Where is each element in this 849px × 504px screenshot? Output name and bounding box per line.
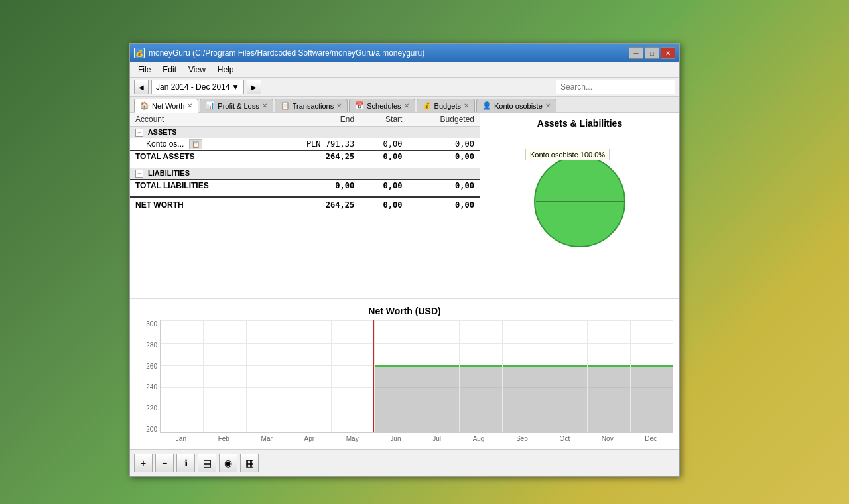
net-worth-end: 264,25: [265, 197, 359, 211]
x-label-feb: Feb: [218, 435, 229, 442]
menu-edit[interactable]: Edit: [157, 64, 182, 76]
x-label-nov: Nov: [602, 435, 614, 442]
liabilities-label: LIABILITIES: [148, 169, 190, 177]
title-controls: ─ □ ✕: [629, 47, 675, 59]
konto-start: 0,00: [359, 138, 407, 151]
add-account-button[interactable]: +: [134, 454, 153, 472]
tab-net-worth-icon: 🏠: [140, 101, 149, 110]
y-label-200: 200: [146, 426, 157, 433]
total-liabilities-label: TOTAL LIABILITIES: [130, 180, 265, 192]
total-assets-budgeted: 0,00: [407, 151, 480, 163]
pie-chart-container: Konto osobiste 100.0%: [486, 135, 674, 268]
tab-konto[interactable]: 👤 Konto osobiste ✕: [476, 99, 556, 112]
total-assets-row: TOTAL ASSETS 264,25 0,00 0,00: [130, 151, 480, 163]
net-worth-start: 0,00: [359, 197, 407, 211]
y-label-280: 280: [146, 342, 157, 349]
y-label-220: 220: [146, 405, 157, 412]
tab-profit-close[interactable]: ✕: [262, 102, 267, 109]
pie-chart-title: Assets & Liabilities: [486, 118, 674, 129]
tab-konto-close[interactable]: ✕: [545, 102, 551, 109]
nav-next-button[interactable]: ▶: [247, 80, 261, 94]
app-icon: 💰: [134, 48, 145, 58]
col-sep-2: [246, 320, 247, 432]
x-label-oct: Oct: [560, 435, 570, 442]
tab-schedules-close[interactable]: ✕: [404, 102, 409, 109]
col-account: Account: [130, 113, 265, 127]
pie-chart-svg: [527, 149, 633, 255]
tab-schedules-label: Schedules: [367, 102, 401, 110]
bottom-area: Net Worth (USD) 300 280 260 240 220 200: [130, 298, 679, 449]
col-sep-6: [417, 320, 417, 432]
total-liabilities-end: 0,00: [265, 180, 359, 192]
tab-net-worth[interactable]: 🏠 Net Worth ✕: [134, 99, 198, 113]
pie-tooltip: Konto osobiste 100.0%: [525, 149, 610, 160]
account-table: Account End Start Budgeted − ASSETS: [130, 113, 480, 211]
tab-profit-label: Profit & Loss: [218, 102, 259, 110]
info-button[interactable]: ℹ: [176, 454, 195, 472]
tab-budgets-icon: 💰: [423, 101, 432, 110]
liabilities-toggle[interactable]: −: [135, 170, 143, 178]
tab-net-worth-label: Net Worth: [152, 102, 184, 110]
tab-konto-label: Konto osobiste: [494, 102, 543, 110]
window-title: moneyGuru (C:/Program Files/Hardcoded So…: [149, 48, 424, 58]
minimize-button[interactable]: ─: [629, 47, 643, 59]
menu-bar: File Edit View Help: [130, 62, 679, 78]
assets-section-header: − ASSETS: [130, 127, 480, 139]
chart-inner: [160, 320, 673, 433]
menu-view[interactable]: View: [183, 64, 211, 76]
main-window: 💰 moneyGuru (C:/Program Files/Hardcoded …: [129, 43, 680, 477]
col-sep-4: [331, 320, 332, 432]
x-label-jun: Jun: [390, 435, 401, 442]
spacer-row-2: [130, 192, 480, 197]
konto-account-name: Konto os... 📋: [130, 138, 265, 151]
view-pie-button[interactable]: ◉: [219, 454, 237, 472]
view-list-button[interactable]: ▤: [198, 454, 216, 472]
konto-badge: 📋: [189, 139, 202, 149]
tab-transactions[interactable]: 📋 Transactions ✕: [275, 99, 348, 112]
total-assets-end: 264,25: [265, 151, 359, 163]
net-worth-bar: [373, 365, 673, 432]
tab-net-worth-close[interactable]: ✕: [187, 102, 192, 109]
title-bar-left: 💰 moneyGuru (C:/Program Files/Hardcoded …: [134, 48, 424, 58]
toolbar: ◀ Jan 2014 - Dec 2014 ▼ ▶: [130, 78, 679, 97]
konto-account-row[interactable]: Konto os... 📋 PLN 791,33 0,00 0,00: [130, 138, 480, 151]
x-label-jul: Jul: [432, 435, 441, 442]
remove-account-button[interactable]: −: [155, 454, 174, 472]
close-button[interactable]: ✕: [661, 47, 675, 59]
col-sep-8: [502, 320, 503, 432]
maximize-button[interactable]: □: [645, 47, 659, 59]
x-label-aug: Aug: [473, 435, 485, 442]
tab-schedules[interactable]: 📅 Schedules ✕: [349, 99, 415, 112]
grid-line-200: [161, 432, 673, 433]
tab-budgets[interactable]: 💰 Budgets ✕: [417, 99, 475, 112]
tab-transactions-icon: 📋: [281, 101, 290, 110]
total-liabilities-row: TOTAL LIABILITIES 0,00 0,00 0,00: [130, 180, 480, 192]
search-input[interactable]: [556, 80, 675, 94]
total-assets-start: 0,00: [359, 151, 407, 163]
nav-prev-button[interactable]: ◀: [134, 80, 149, 94]
y-label-260: 260: [146, 363, 157, 370]
content-area: Account End Start Budgeted − ASSETS: [130, 113, 679, 298]
date-range-selector[interactable]: Jan 2014 - Dec 2014 ▼: [151, 80, 244, 94]
col-start: Start: [359, 113, 407, 127]
net-worth-budgeted: 0,00: [407, 197, 480, 211]
tab-budgets-close[interactable]: ✕: [464, 102, 469, 109]
col-sep-5: [374, 320, 375, 432]
tab-transactions-close[interactable]: ✕: [336, 102, 342, 109]
konto-budgeted: 0,00: [407, 138, 480, 151]
col-sep-11: [630, 320, 631, 432]
tab-profit-loss[interactable]: 📊 Profit & Loss ✕: [200, 99, 273, 112]
menu-file[interactable]: File: [133, 64, 156, 76]
konto-label: Konto os...: [146, 139, 184, 149]
total-liabilities-budgeted: 0,00: [407, 180, 480, 192]
view-bar-button[interactable]: ▦: [240, 454, 259, 472]
spacer-row: [130, 162, 480, 168]
assets-toggle[interactable]: −: [135, 129, 143, 137]
tab-budgets-label: Budgets: [434, 102, 461, 110]
col-sep-9: [545, 320, 545, 432]
col-sep-1: [203, 320, 204, 432]
menu-help[interactable]: Help: [212, 64, 239, 76]
tab-transactions-label: Transactions: [293, 102, 334, 110]
date-range-text: Jan 2014 - Dec 2014: [156, 82, 229, 92]
assets-label: ASSETS: [148, 128, 177, 136]
